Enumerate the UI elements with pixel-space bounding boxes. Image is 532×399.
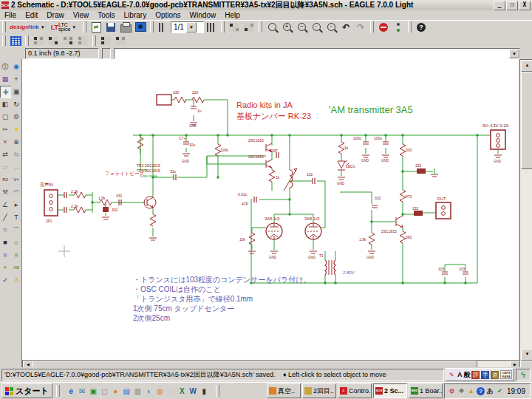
viewer-quick-launch-icon[interactable]: ◌: [166, 386, 176, 396]
close-button[interactable]: X: [519, 1, 531, 10]
design-link-dropdown-icon[interactable]: ▼: [41, 25, 45, 30]
vertical-scroll-thumb[interactable]: [521, 72, 532, 169]
sheet-list-button[interactable]: [156, 21, 171, 33]
print-button[interactable]: [118, 21, 133, 33]
zoom-redraw-button[interactable]: ·: [309, 21, 324, 33]
explorer-quick-launch-icon[interactable]: ▤: [122, 386, 132, 396]
toolbar-grip[interactable]: [83, 21, 86, 33]
columns-button[interactable]: [204, 21, 219, 33]
rotate-tool[interactable]: ↻: [11, 98, 21, 109]
pinswap-tool[interactable]: ⇄: [0, 149, 10, 160]
menu-item-view[interactable]: View: [69, 11, 94, 19]
menu-item-window[interactable]: Window: [185, 11, 221, 19]
info-tool[interactable]: ⓘ: [0, 61, 10, 72]
save-button[interactable]: [103, 21, 118, 33]
ltc-spice-button[interactable]: LT LTCspice ▼: [47, 21, 81, 33]
schematic-canvas[interactable]: Radio kits in JA基板ナンバー RK-23'AM transmit…: [22, 59, 519, 360]
change-tool[interactable]: ⚙: [11, 111, 21, 122]
ime-dictionary-icon[interactable]: 辞: [471, 371, 480, 379]
ime-toolbar[interactable]: ✎ A 般 辞 手 道 CAPSKANA: [446, 368, 514, 381]
switch-board-button[interactable]: ⇄: [89, 21, 103, 33]
undo-button[interactable]: ↶: [338, 21, 353, 33]
text-tool[interactable]: T: [11, 211, 21, 222]
ime-lang-tray-icon[interactable]: あ: [486, 387, 494, 395]
cam-processor-button[interactable]: [133, 21, 148, 33]
design-link-button[interactable]: designlink ▼: [8, 21, 47, 33]
paste-tool[interactable]: ●: [11, 123, 21, 134]
toolbar-grip[interactable]: [408, 21, 412, 33]
display-mode-6-button[interactable]: [113, 35, 128, 47]
ime-props-icon[interactable]: 道: [491, 371, 499, 379]
zoom-in-button[interactable]: +: [279, 21, 294, 33]
updater-tray-icon[interactable]: ✔: [496, 387, 504, 395]
minimize-button[interactable]: _: [494, 1, 505, 10]
word-quick-launch-icon[interactable]: W: [188, 386, 198, 396]
menu-item-edit[interactable]: Edit: [21, 11, 42, 19]
task-button[interactable]: 2回目..: [302, 383, 336, 398]
taskbar-grip[interactable]: [56, 385, 60, 397]
redo-button[interactable]: ↷: [353, 21, 368, 33]
split-tool[interactable]: ∠: [0, 199, 10, 210]
cut-tool[interactable]: ✂: [0, 123, 10, 134]
vertical-scrollbar[interactable]: ▲ ▼: [519, 59, 532, 361]
invoke-tool[interactable]: ▸: [11, 199, 21, 210]
arc-tool[interactable]: ⌒: [11, 224, 21, 235]
rect-tool[interactable]: ■: [0, 236, 10, 248]
menu-item-draw[interactable]: Draw: [42, 11, 68, 19]
grid-button[interactable]: [8, 35, 23, 47]
traffic-light-button[interactable]: [391, 21, 406, 33]
toolbar-grip[interactable]: [92, 35, 96, 46]
mark-tool[interactable]: +: [11, 73, 21, 84]
ime-pen-icon[interactable]: ✎: [448, 371, 456, 379]
excel-quick-launch-icon[interactable]: X: [177, 386, 187, 396]
copy-tool[interactable]: ▣: [11, 86, 21, 97]
firefox-quick-launch-icon[interactable]: ◍: [155, 386, 165, 396]
zoom-out-button[interactable]: −: [294, 21, 309, 33]
ime-input-mode[interactable]: A: [457, 371, 463, 378]
dimension-tool[interactable]: ↔: [11, 161, 21, 172]
scroll-down-button[interactable]: ▼: [521, 349, 532, 361]
monitor-quick-launch-icon[interactable]: ▥: [133, 386, 143, 396]
menu-item-tools[interactable]: Tools: [93, 11, 119, 19]
shield-tray-icon[interactable]: ▲: [467, 387, 475, 395]
restore-button[interactable]: ❐: [506, 1, 518, 10]
zoom-fit-button[interactable]: [265, 21, 279, 33]
value-tool[interactable]: V=: [11, 174, 21, 185]
toolbar-grip[interactable]: [259, 21, 262, 33]
taskbar-grip[interactable]: [216, 385, 219, 397]
circle-tool[interactable]: ○: [0, 224, 10, 235]
replace-tool[interactable]: ▱: [0, 161, 10, 172]
display-mode-1-button[interactable]: [31, 35, 46, 47]
help-button[interactable]: ?: [414, 21, 429, 33]
toolbar-grip[interactable]: [370, 21, 374, 33]
script-dropdown-button[interactable]: [227, 21, 242, 33]
menu-item-help[interactable]: Help: [220, 11, 245, 19]
toolbar-grip[interactable]: [2, 21, 6, 33]
display-mode-3-button[interactable]: [61, 35, 75, 47]
junction-tool[interactable]: +: [0, 262, 10, 273]
menu-item-options[interactable]: Options: [151, 11, 185, 19]
ime-caps-kana[interactable]: CAPSKANA: [500, 370, 512, 379]
menu-item-library[interactable]: Library: [120, 11, 151, 19]
ie-quick-launch-icon[interactable]: e: [66, 386, 76, 396]
scroll-up-button[interactable]: ▲: [521, 60, 532, 72]
label-tool[interactable]: AB: [11, 262, 21, 273]
task-button[interactable]: 真空..: [267, 383, 301, 398]
polygon-tool[interactable]: ⌂: [11, 236, 21, 248]
media-quick-launch-icon[interactable]: ▣: [89, 386, 98, 396]
desktop-quick-launch-icon[interactable]: ◻: [100, 386, 109, 396]
show-tool[interactable]: ◉: [11, 61, 21, 72]
mirror-tool[interactable]: ◧: [0, 98, 10, 109]
gateswap-tool[interactable]: ⇆: [11, 149, 21, 160]
task-button[interactable]: CContro..: [338, 383, 372, 398]
sheet-selector-dropdown-icon[interactable]: ▼: [186, 22, 197, 33]
task-button[interactable]: BRD1 Boar..: [409, 383, 443, 398]
errors-tool[interactable]: ⚠: [11, 274, 21, 285]
group-tool[interactable]: ▢: [0, 111, 10, 122]
ime-conversion-mode[interactable]: 般: [463, 370, 470, 380]
mute-tray-icon[interactable]: ⊘: [448, 387, 456, 395]
display-mode-4-button[interactable]: [75, 35, 90, 47]
help-agent-tray-icon[interactable]: ?: [477, 387, 485, 395]
mail-quick-launch-icon[interactable]: ✉: [78, 386, 87, 396]
messenger-quick-launch-icon[interactable]: ◗: [144, 386, 154, 396]
